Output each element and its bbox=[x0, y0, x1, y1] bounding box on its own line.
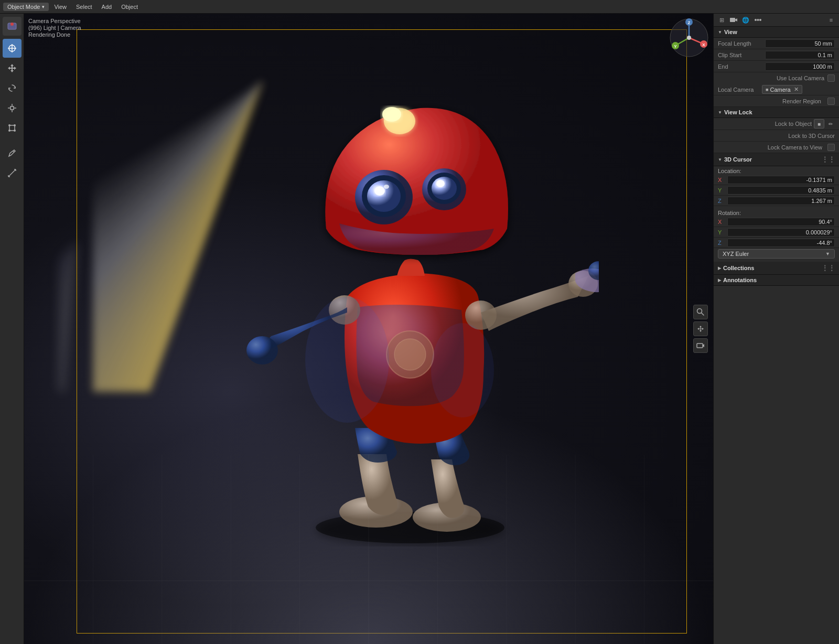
lock-camera-view-checkbox[interactable] bbox=[827, 144, 835, 151]
cursor-y-row: Y 0.4835 m bbox=[714, 185, 839, 196]
cursor-z-label: Z bbox=[718, 198, 727, 204]
left-toolbar bbox=[0, 14, 24, 644]
transform-tool[interactable] bbox=[3, 119, 21, 137]
rotate-tool[interactable] bbox=[3, 79, 21, 98]
camera-chip-icon: ■ bbox=[766, 87, 768, 92]
cursor-rz-label: Z bbox=[718, 240, 727, 246]
focal-length-row: Focal Length 50 mm bbox=[714, 38, 839, 49]
view-lock-section-header[interactable]: ▼ View Lock bbox=[714, 107, 839, 118]
cursor-x-label: X bbox=[718, 177, 727, 183]
right-panel: ⊞ 🌐 ≡ ▼ View Focal Length 50 mm Clip Sta… bbox=[713, 14, 839, 644]
cursor-ry-row: Y 0.000029° bbox=[714, 227, 839, 238]
camera-view-tool[interactable] bbox=[693, 338, 708, 353]
nav-icon-camera[interactable] bbox=[728, 15, 739, 25]
panel-nav-icons: ⊞ 🌐 ≡ bbox=[714, 14, 839, 27]
cursor-rx-row: X 90.4° bbox=[714, 217, 839, 227]
svg-text:X: X bbox=[702, 42, 705, 47]
measure-tool[interactable] bbox=[3, 164, 21, 183]
object-icon bbox=[3, 17, 21, 36]
cursor-3d-triangle: ▼ bbox=[718, 157, 722, 162]
svg-point-43 bbox=[382, 107, 401, 122]
menu-select[interactable]: Select bbox=[72, 3, 96, 11]
pan-tool[interactable] bbox=[693, 321, 708, 336]
cursor-tool[interactable] bbox=[3, 39, 21, 58]
euler-label: XYZ Euler bbox=[723, 251, 749, 257]
move-tool[interactable] bbox=[3, 59, 21, 78]
camera-chip[interactable]: ■ Camera ✕ bbox=[762, 85, 802, 94]
menu-view[interactable]: View bbox=[50, 3, 71, 11]
cursor-y-value[interactable]: 0.4835 m bbox=[727, 186, 835, 195]
euler-dropdown[interactable]: XYZ Euler ▼ bbox=[718, 249, 835, 259]
euler-arrow-icon: ▼ bbox=[825, 251, 830, 256]
nav-icon-grid[interactable]: ⊞ bbox=[716, 15, 727, 25]
svg-point-44 bbox=[305, 297, 389, 423]
collections-triangle: ▶ bbox=[718, 266, 721, 271]
clip-start-row: Clip Start 0.1 m bbox=[714, 49, 839, 61]
magnify-tool[interactable] bbox=[693, 305, 708, 319]
clip-end-value[interactable]: 1000 m bbox=[765, 62, 835, 71]
svg-text:Y: Y bbox=[674, 44, 677, 49]
cursor-rx-value[interactable]: 90.4° bbox=[727, 218, 835, 226]
cursor-y-label: Y bbox=[718, 187, 727, 194]
scene-background: Z X Y bbox=[24, 14, 713, 644]
lock-to-object-box[interactable]: ■ bbox=[814, 119, 824, 128]
use-local-camera-label: Use Local Camera bbox=[718, 75, 824, 81]
svg-point-73 bbox=[759, 19, 761, 21]
nav-icon-dots[interactable]: ≡ bbox=[825, 15, 837, 25]
svg-point-66 bbox=[687, 36, 691, 40]
local-camera-row: Local Camera ■ Camera ✕ bbox=[714, 84, 839, 95]
lock-to-object-pen[interactable]: ✏ bbox=[826, 120, 835, 128]
local-camera-label: Local Camera bbox=[718, 87, 760, 93]
annotations-triangle: ▶ bbox=[718, 278, 721, 283]
nav-icon-world[interactable]: 🌐 bbox=[740, 15, 751, 25]
render-region-label: Render Region bbox=[718, 98, 824, 104]
svg-point-25 bbox=[394, 339, 426, 370]
rotation-label: Rotation: bbox=[714, 208, 839, 217]
lock-camera-view-label: Lock Camera to View bbox=[718, 144, 822, 151]
svg-rect-10 bbox=[9, 125, 15, 131]
clip-start-label: Clip Start bbox=[718, 52, 765, 58]
collections-section-header[interactable]: ▶ Collections ⋮⋮ bbox=[714, 262, 839, 275]
view-section-header[interactable]: ▼ View bbox=[714, 27, 839, 38]
collections-dots[interactable]: ⋮⋮ bbox=[821, 264, 835, 272]
svg-point-72 bbox=[757, 19, 759, 21]
cursor-3d-section-header[interactable]: ▼ 3D Cursor ⋮⋮ bbox=[714, 153, 839, 166]
cursor-3d-dots[interactable]: ⋮⋮ bbox=[821, 155, 835, 164]
svg-rect-69 bbox=[697, 344, 703, 348]
viewport-info: Camera Perspective (996) Light | Camera … bbox=[28, 18, 81, 38]
lock-to-cursor-label: Lock to 3D Cursor bbox=[718, 133, 835, 139]
viewport[interactable]: Camera Perspective (996) Light | Camera … bbox=[24, 14, 713, 644]
cursor-ry-value[interactable]: 0.000029° bbox=[727, 228, 835, 237]
svg-point-35 bbox=[367, 180, 401, 212]
cursor-x-value[interactable]: -0.1371 m bbox=[727, 176, 835, 184]
rendering-done-label: Rendering Done bbox=[28, 31, 81, 38]
cursor-rz-value[interactable]: -44.8° bbox=[727, 239, 835, 247]
cursor-3d-title: 3D Cursor bbox=[724, 156, 752, 163]
camera-chip-close[interactable]: ✕ bbox=[794, 86, 799, 93]
cursor-rx-label: X bbox=[718, 219, 727, 225]
svg-point-1 bbox=[10, 23, 14, 26]
clip-end-label: End bbox=[718, 63, 765, 70]
navigation-gizmo[interactable]: Z X Y bbox=[668, 17, 710, 59]
nav-icon-filter[interactable] bbox=[752, 15, 763, 25]
cursor-x-row: X -0.1371 m bbox=[714, 175, 839, 185]
scale-tool[interactable] bbox=[3, 99, 21, 117]
menu-add[interactable]: Add bbox=[98, 3, 116, 11]
focal-length-value[interactable]: 50 mm bbox=[765, 39, 835, 48]
use-local-camera-checkbox[interactable] bbox=[827, 74, 835, 82]
annotations-section-header[interactable]: ▶ Annotations bbox=[714, 275, 839, 286]
svg-point-13 bbox=[8, 130, 10, 132]
clip-start-value[interactable]: 0.1 m bbox=[765, 51, 835, 59]
object-mode-button[interactable]: Object Mode bbox=[3, 3, 49, 11]
annotate-tool[interactable] bbox=[3, 144, 21, 163]
svg-point-14 bbox=[14, 130, 16, 132]
svg-point-41 bbox=[436, 180, 445, 187]
cursor-ry-label: Y bbox=[718, 229, 727, 235]
svg-point-32 bbox=[246, 336, 278, 364]
menu-object[interactable]: Object bbox=[117, 3, 142, 11]
render-region-checkbox[interactable] bbox=[827, 98, 835, 105]
render-region-row: Render Region bbox=[714, 95, 839, 107]
focal-length-label: Focal Length bbox=[718, 40, 765, 47]
cursor-z-value[interactable]: 1.267 m bbox=[727, 197, 835, 205]
clip-end-row: End 1000 m bbox=[714, 61, 839, 72]
